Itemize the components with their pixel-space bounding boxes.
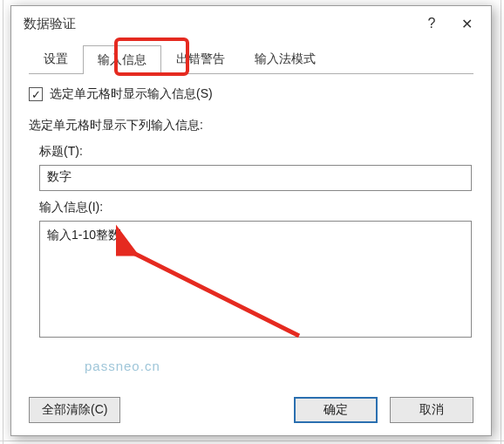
tab-label: 输入信息 <box>98 52 146 66</box>
message-textarea-value: 输入1-10整数 <box>47 228 120 242</box>
tab-strip: 设置 输入信息 出错警告 输入法模式 <box>29 44 473 74</box>
help-button[interactable]: ? <box>414 10 449 38</box>
data-validation-dialog: 数据验证 ? ✕ 设置 输入信息 出错警告 输入法模式 选定单元格时显示输入信息… <box>10 5 492 436</box>
tab-ime-mode[interactable]: 输入法模式 <box>240 44 330 73</box>
dialog-title: 数据验证 <box>24 16 414 32</box>
section-heading: 选定单元格时显示下列输入信息: <box>29 118 473 133</box>
tab-error-alert[interactable]: 出错警告 <box>161 44 240 73</box>
button-label: 确定 <box>324 402 348 418</box>
title-field-label: 标题(T): <box>39 144 472 160</box>
button-label: 取消 <box>419 402 444 418</box>
text-caret <box>119 229 120 242</box>
title-input[interactable]: 数字 <box>39 165 472 191</box>
button-label: 全部清除(C) <box>42 402 107 418</box>
tab-label: 输入法模式 <box>255 51 316 65</box>
dialog-titlebar: 数据验证 ? ✕ <box>11 6 491 41</box>
help-icon: ? <box>428 16 436 31</box>
tab-label: 出错警告 <box>176 51 225 65</box>
show-message-checkbox[interactable] <box>29 87 43 101</box>
message-field-label: 输入信息(I): <box>39 200 472 215</box>
ok-button[interactable]: 确定 <box>294 397 378 423</box>
close-icon: ✕ <box>461 16 473 32</box>
cancel-button[interactable]: 取消 <box>390 397 473 423</box>
show-message-checkbox-label: 选定单元格时显示输入信息(S) <box>50 86 213 102</box>
show-message-checkbox-row: 选定单元格时显示输入信息(S) <box>29 86 473 102</box>
close-button[interactable]: ✕ <box>449 10 484 38</box>
dialog-footer: 全部清除(C) 确定 取消 <box>29 392 473 423</box>
tab-label: 设置 <box>44 51 68 65</box>
message-textarea[interactable]: 输入1-10整数 <box>39 221 472 338</box>
title-input-value: 数字 <box>47 169 72 183</box>
clear-all-button[interactable]: 全部清除(C) <box>29 397 120 423</box>
tab-input-message[interactable]: 输入信息 <box>83 45 161 74</box>
watermark-text: passneo.cn <box>85 359 473 373</box>
tab-settings[interactable]: 设置 <box>29 44 83 73</box>
